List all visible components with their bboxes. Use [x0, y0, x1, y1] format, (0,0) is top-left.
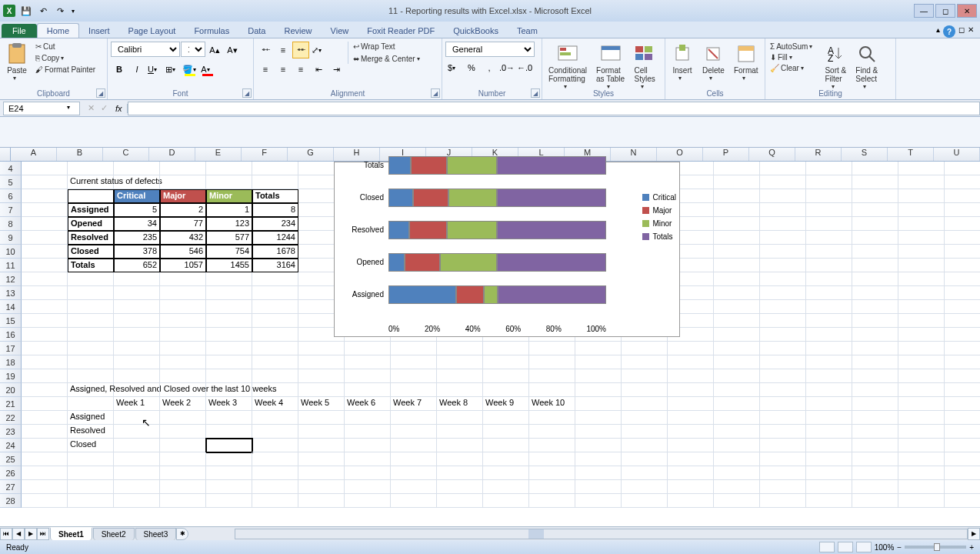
tab-formulas[interactable]: Formulas	[185, 24, 238, 38]
cell-Q19[interactable]	[760, 369, 806, 383]
cell-P18[interactable]	[714, 355, 760, 369]
cell-S7[interactable]	[852, 203, 898, 217]
cell-C18[interactable]	[114, 355, 160, 369]
col-header-E[interactable]: E	[195, 148, 242, 161]
cell-A11[interactable]	[22, 259, 68, 272]
cell-N26[interactable]	[622, 466, 668, 480]
cell-K19[interactable]	[483, 369, 529, 383]
cell-H27[interactable]	[345, 480, 391, 494]
comma-button[interactable]: ,	[481, 59, 498, 76]
cell-T13[interactable]	[898, 286, 945, 300]
cell-Q6[interactable]	[760, 189, 806, 203]
cell-N22[interactable]	[622, 411, 668, 425]
col-header-D[interactable]: D	[149, 148, 195, 161]
cell-J23[interactable]	[437, 425, 483, 439]
cell-C19[interactable]	[114, 369, 160, 383]
name-box[interactable]: E24▾	[3, 102, 80, 115]
cell-A26[interactable]	[22, 466, 68, 480]
cell-A13[interactable]	[22, 286, 68, 300]
cell-S10[interactable]	[852, 245, 898, 259]
align-middle-button[interactable]: ≡	[275, 42, 292, 58]
cell-L25[interactable]	[529, 452, 575, 466]
increase-decimal-button[interactable]: .0→	[498, 59, 515, 76]
row-header-20[interactable]: 20	[0, 383, 22, 397]
tab-data[interactable]: Data	[238, 24, 275, 38]
cell-E20[interactable]	[206, 383, 252, 397]
cell-U6[interactable]	[945, 189, 980, 203]
cell-K28[interactable]	[483, 494, 529, 508]
grow-font-button[interactable]: A▴	[206, 42, 223, 58]
find-select-button[interactable]: Find & Select▾	[852, 42, 881, 92]
cell-F7[interactable]: 8	[252, 203, 298, 217]
worksheet-grid[interactable]: ABCDEFGHIJKLMNOPQRSTU 456789101112131415…	[0, 148, 980, 532]
shrink-font-button[interactable]: A▾	[224, 42, 241, 58]
cell-C26[interactable]	[114, 466, 160, 480]
cell-U18[interactable]	[945, 355, 980, 369]
cell-A19[interactable]	[22, 369, 68, 383]
clear-button[interactable]: 🧹Clear▾	[768, 63, 818, 73]
border-button[interactable]: ⊞▾	[164, 61, 181, 78]
cell-T8[interactable]	[898, 217, 945, 231]
col-header-F[interactable]: F	[242, 148, 288, 161]
cell-O27[interactable]	[668, 480, 714, 494]
cell-B22[interactable]: Assigned	[68, 411, 114, 425]
cell-U20[interactable]	[945, 383, 980, 397]
cell-U4[interactable]	[945, 162, 980, 175]
save-icon[interactable]: 💾	[18, 3, 34, 18]
cell-T22[interactable]	[898, 411, 945, 425]
cell-E19[interactable]	[206, 369, 252, 383]
row-header-15[interactable]: 15	[0, 314, 22, 328]
row-header-17[interactable]: 17	[0, 342, 22, 355]
cell-B16[interactable]	[68, 328, 114, 342]
cell-T18[interactable]	[898, 355, 945, 369]
cell-M24[interactable]	[575, 439, 622, 452]
cell-U8[interactable]	[945, 217, 980, 231]
cell-M22[interactable]	[575, 411, 622, 425]
zoom-thumb[interactable]	[934, 543, 940, 551]
autosum-button[interactable]: ΣAutoSum▾	[768, 42, 818, 52]
cell-D25[interactable]	[160, 452, 206, 466]
cell-F17[interactable]	[252, 342, 298, 355]
cell-T28[interactable]	[898, 494, 945, 508]
first-sheet-button[interactable]: ⏮	[0, 528, 12, 540]
cell-D21[interactable]: Week 2	[160, 397, 206, 411]
cell-K26[interactable]	[483, 466, 529, 480]
cell-E6[interactable]: Minor	[206, 189, 252, 203]
cell-E4[interactable]	[206, 162, 252, 175]
cell-F28[interactable]	[252, 494, 298, 508]
cell-Q17[interactable]	[760, 342, 806, 355]
cell-D4[interactable]	[160, 162, 206, 175]
cell-L22[interactable]	[529, 411, 575, 425]
cell-T10[interactable]	[898, 245, 945, 259]
cell-S27[interactable]	[852, 480, 898, 494]
cell-D22[interactable]	[160, 411, 206, 425]
col-header-Q[interactable]: Q	[749, 148, 795, 161]
cell-Q27[interactable]	[760, 480, 806, 494]
cell-S11[interactable]	[852, 259, 898, 272]
cell-Q9[interactable]	[760, 231, 806, 245]
cell-E9[interactable]: 577	[206, 231, 252, 245]
cell-M18[interactable]	[575, 355, 622, 369]
cell-D16[interactable]	[160, 328, 206, 342]
cell-E16[interactable]	[206, 328, 252, 342]
cell-L23[interactable]	[529, 425, 575, 439]
cell-A16[interactable]	[22, 328, 68, 342]
cell-G19[interactable]	[298, 369, 345, 383]
cell-M21[interactable]	[575, 397, 622, 411]
cell-F6[interactable]: Totals	[252, 189, 298, 203]
last-sheet-button[interactable]: ⏭	[37, 528, 49, 540]
number-launcher[interactable]: ◢	[531, 88, 540, 98]
cell-L21[interactable]: Week 10	[529, 397, 575, 411]
cell-C14[interactable]	[114, 300, 160, 314]
cell-T27[interactable]	[898, 480, 945, 494]
cell-B18[interactable]	[68, 355, 114, 369]
cell-F18[interactable]	[252, 355, 298, 369]
cell-U5[interactable]	[945, 175, 980, 189]
cell-K27[interactable]	[483, 480, 529, 494]
cell-A9[interactable]	[22, 231, 68, 245]
cell-C10[interactable]: 378	[114, 245, 160, 259]
cell-G23[interactable]	[298, 425, 345, 439]
cell-B9[interactable]: Resolved	[68, 231, 114, 245]
cell-A25[interactable]	[22, 452, 68, 466]
cell-D9[interactable]: 432	[160, 231, 206, 245]
